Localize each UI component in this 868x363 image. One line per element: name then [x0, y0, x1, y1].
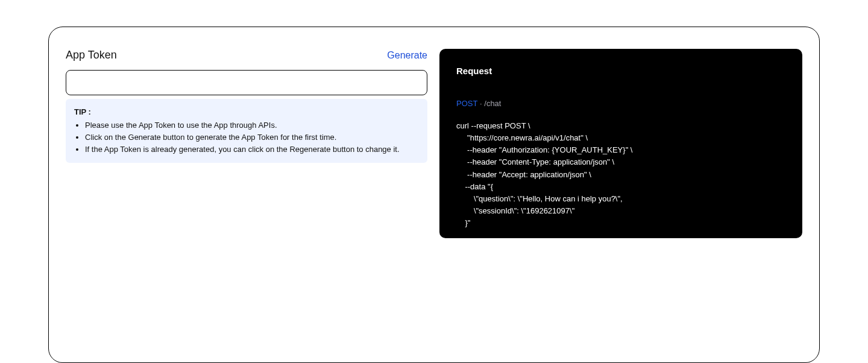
tip-item: If the App Token is already generated, y…	[85, 144, 419, 156]
request-panel: Request POST · /chat curl --request POST…	[439, 49, 802, 238]
app-token-panel: App Token Generate TIP : Please use the …	[66, 49, 427, 346]
app-token-input[interactable]	[66, 70, 427, 95]
tip-item: Click on the Generate button to generate…	[85, 131, 419, 144]
endpoint-path: /chat	[484, 99, 501, 108]
tip-label: TIP :	[74, 106, 419, 118]
token-card: App Token Generate TIP : Please use the …	[48, 27, 820, 363]
endpoint-line: POST · /chat	[456, 99, 785, 108]
curl-code: curl --request POST \ "https://core.newr…	[456, 120, 785, 229]
request-title: Request	[456, 66, 785, 76]
tip-box: TIP : Please use the App Token to use th…	[66, 99, 427, 163]
tip-item: Please use the App Token to use the App …	[85, 119, 419, 131]
tip-list: Please use the App Token to use the App …	[74, 119, 419, 156]
section-title: App Token	[66, 49, 117, 62]
generate-button[interactable]: Generate	[387, 50, 427, 61]
http-method: POST	[456, 99, 477, 108]
header-row: App Token Generate	[66, 49, 427, 62]
request-panel-container: Request POST · /chat curl --request POST…	[439, 49, 802, 346]
